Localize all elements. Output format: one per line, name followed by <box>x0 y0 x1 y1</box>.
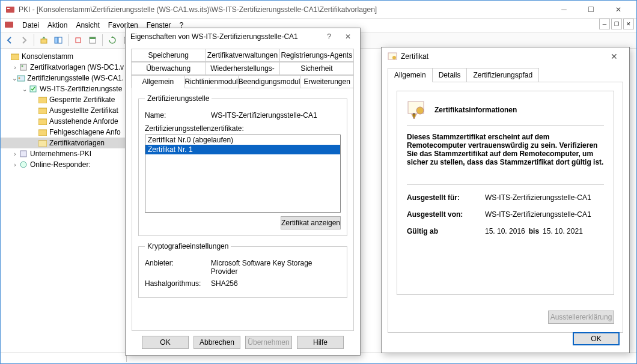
tree-label: Zertifizierungsstelle (WS-CA1. <box>27 74 124 82</box>
menu-file[interactable]: Datei <box>22 21 39 29</box>
help-button[interactable]: Hilfe <box>297 336 344 349</box>
certificate-icon <box>388 52 397 61</box>
tree-ca[interactable]: ⌄ Zertifizierungsstelle (WS-CA1. <box>1 73 126 83</box>
back-button[interactable] <box>3 34 16 47</box>
folder-open-icon <box>38 138 47 148</box>
tab-security[interactable]: Sicherheit <box>279 62 354 75</box>
delete-icon[interactable] <box>72 34 85 47</box>
tree-ca-instance[interactable]: ⌄ WS-ITS-Zertifizierungsste <box>1 83 126 94</box>
ok-button[interactable]: OK <box>142 336 189 349</box>
maximize-button[interactable]: ☐ <box>578 1 605 18</box>
mdi-close-button[interactable]: ✕ <box>623 19 634 29</box>
svg-rect-3 <box>41 39 47 43</box>
tree-issued[interactable]: Ausgestellte Zertifikat <box>1 105 126 116</box>
issued-to-value: WS-ITS-Zertifizierungsstelle-CA1 <box>485 193 591 202</box>
ca-cert-listbox[interactable]: Zertifikat Nr.0 (abgelaufen) Zertifikat … <box>145 135 341 213</box>
svg-rect-5 <box>58 37 62 43</box>
tab-storage[interactable]: Speicherung <box>131 49 206 62</box>
list-item[interactable]: Zertifikat Nr.0 (abgelaufen) <box>145 135 340 145</box>
tab-details[interactable]: Details <box>432 68 468 82</box>
hash-label: Hashalgorithmus: <box>145 279 211 288</box>
console-icon <box>10 52 20 61</box>
close-button[interactable]: ✕ <box>605 1 632 18</box>
tab-cert-path[interactable]: Zertifizierungspfad <box>466 68 539 82</box>
menu-view[interactable]: Ansicht <box>76 21 99 29</box>
tab-cert-managers[interactable]: Zertifikatverwaltungen <box>205 49 279 62</box>
tab-general[interactable]: Allgemein <box>131 75 185 88</box>
crypto-legend: Kryptografieeinstellungen <box>145 242 231 250</box>
svg-rect-0 <box>6 7 14 13</box>
ca-group: Zertifizierungsstelle Name: WS-ITS-Zerti… <box>138 94 347 236</box>
pki-icon <box>19 149 28 159</box>
tree-root[interactable]: Konsolenstamm <box>1 51 126 62</box>
app-icon <box>5 5 15 14</box>
dialog-titlebar[interactable]: Zertifikat ✕ <box>382 47 629 65</box>
view-certificate-button[interactable]: Zertifikat anzeigen <box>281 216 341 229</box>
svg-rect-23 <box>20 151 26 157</box>
mdi-restore-button[interactable]: ❐ <box>611 19 622 29</box>
tab-auditing[interactable]: Überwachung <box>131 62 206 75</box>
minimize-button[interactable]: ─ <box>550 1 578 18</box>
tree-label: Zertifikatvorlagen <box>49 139 105 147</box>
show-hide-tree-button[interactable] <box>52 34 65 47</box>
list-item[interactable]: Zertifikat Nr. 1 <box>145 145 340 154</box>
tree-pending[interactable]: Ausstehende Anforde <box>1 116 126 127</box>
tree-label: WS-ITS-Zertifizierungsste <box>40 85 122 93</box>
tree-panel[interactable]: Konsolenstamm › Zertifikatvorlagen (WS-D… <box>1 49 127 362</box>
svg-rect-2 <box>5 22 13 28</box>
name-label: Name: <box>145 111 211 120</box>
tab-extensions[interactable]: Erweiterungen <box>300 75 354 88</box>
tree-failed[interactable]: Fehlgeschlagene Anfo <box>1 127 126 138</box>
cert-list-label: Zertifizierungsstellenzertifikate: <box>145 124 341 133</box>
help-icon[interactable]: ? <box>327 32 331 41</box>
certificate-warning-icon: ! <box>407 100 427 120</box>
certificate-dialog: Zertifikat ✕ Allgemein Details Zertifizi… <box>381 47 630 353</box>
close-icon[interactable]: ✕ <box>341 32 355 41</box>
tab-policy-module[interactable]: Richtlinienmodul <box>184 75 239 88</box>
folder-icon <box>38 117 47 126</box>
ok-button[interactable]: OK <box>573 332 620 345</box>
svg-point-14 <box>21 65 23 67</box>
svg-rect-19 <box>38 108 47 114</box>
menu-action[interactable]: Aktion <box>47 21 67 29</box>
svg-rect-4 <box>55 37 58 43</box>
tab-recovery-agents[interactable]: Wiederherstellungs-Agents <box>205 62 279 75</box>
issuer-statement-button[interactable]: Ausstellererklärung <box>548 311 614 324</box>
properties-icon[interactable] <box>86 34 99 47</box>
cancel-button[interactable]: Abbrechen <box>194 336 240 349</box>
tree-cert-templates[interactable]: Zertifikatvorlagen <box>1 138 126 148</box>
valid-to-label: bis <box>529 227 539 235</box>
up-button[interactable] <box>37 34 50 47</box>
refresh-icon[interactable] <box>106 34 119 47</box>
tab-exit-module[interactable]: Beendigungsmodul <box>238 75 301 88</box>
properties-dialog: Eigenschaften von WS-ITS-Zertifizierungs… <box>125 28 361 356</box>
svg-point-24 <box>20 162 26 168</box>
mdi-minimize-button[interactable]: ─ <box>599 19 610 29</box>
svg-point-26 <box>392 56 396 59</box>
tab-enrollment-agents[interactable]: Registrierungs-Agents <box>279 49 354 62</box>
valid-to-value: 15. 10. 2021 <box>543 227 583 235</box>
tree-label: Fehlgeschlagene Anfo <box>49 128 121 136</box>
svg-rect-18 <box>38 97 47 103</box>
issued-by-value: WS-ITS-Zertifizierungsstelle-CA1 <box>485 210 591 219</box>
svg-rect-21 <box>38 130 47 136</box>
tab-general[interactable]: Allgemein <box>388 68 433 82</box>
tree-revoked[interactable]: Gesperrte Zertifikate <box>1 94 126 105</box>
close-icon[interactable]: ✕ <box>605 52 623 61</box>
apply-button[interactable]: Übernehmen <box>245 336 292 349</box>
cert-body: ! Zertifikatsinformationen Dieses Stammz… <box>388 82 623 333</box>
tree-label: Ausgestellte Zertifikat <box>49 106 118 115</box>
provider-value: Microsoft Software Key Storage Provider <box>211 259 341 276</box>
svg-rect-12 <box>11 54 19 60</box>
svg-rect-20 <box>38 119 47 125</box>
forward-button[interactable] <box>17 34 31 47</box>
template-icon <box>19 62 28 72</box>
tree-templates-dc1[interactable]: › Zertifikatvorlagen (WS-DC1.v <box>1 62 126 73</box>
tree-enterprise-pki[interactable]: › Unternehmens-PKI <box>1 148 126 159</box>
folder-icon <box>38 95 47 105</box>
crypto-group: Kryptografieeinstellungen Anbieter: Micr… <box>138 242 347 298</box>
tree-online-responder[interactable]: › Online-Responder: <box>1 159 126 170</box>
dialog-titlebar[interactable]: Eigenschaften von WS-ITS-Zertifizierungs… <box>126 28 360 45</box>
folder-icon <box>38 127 47 137</box>
issued-by-label: Ausgestellt von: <box>407 210 485 219</box>
